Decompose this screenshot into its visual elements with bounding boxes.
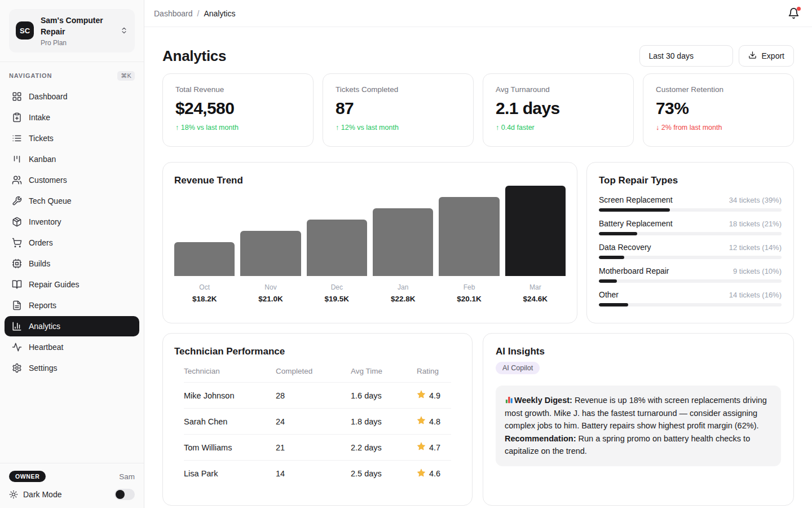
notifications-button[interactable] — [788, 7, 800, 19]
stat-card-avg-turnaround: Avg Turnaround2.1 days↑ 0.4d faster — [483, 73, 634, 147]
sidebar-item-inventory[interactable]: Inventory — [5, 212, 139, 232]
bar-month-label: Oct — [174, 283, 235, 291]
stat-value: $24,580 — [175, 99, 301, 118]
sidebar-item-reports[interactable]: Reports — [5, 295, 139, 316]
technician-table-header: TechnicianCompletedAvg TimeRating — [184, 367, 451, 383]
sidebar-item-dashboard[interactable]: Dashboard — [5, 86, 139, 107]
repair-type-count: 14 tickets (16%) — [729, 291, 782, 299]
title-row: Analytics Last 30 days Export — [162, 45, 794, 67]
sidebar-item-label: Builds — [29, 259, 50, 268]
topbar: Dashboard / Analytics — [144, 0, 812, 27]
technician-name: Tom Williams — [184, 443, 276, 452]
technician-completed: 21 — [276, 443, 351, 452]
repair-type-data-recovery: Data Recovery12 tickets (14%) — [599, 243, 782, 259]
sidebar-item-settings[interactable]: Settings — [5, 358, 139, 378]
repair-type-label: Screen Replacement — [599, 195, 673, 204]
chevrons-up-down-icon — [120, 27, 128, 34]
bar-zone — [373, 186, 433, 276]
revenue-trend-title: Revenue Trend — [174, 175, 566, 186]
dark-mode-label: Dark Mode — [23, 490, 61, 499]
rating-value: 4.7 — [429, 443, 440, 452]
clipboard-plus-icon — [12, 112, 22, 122]
repair-type-count: 18 tickets (21%) — [729, 220, 782, 228]
sidebar-item-heartbeat[interactable]: Heartbeat — [5, 337, 139, 357]
bar-value-label: $18.2K — [174, 295, 235, 303]
nav-section-header: NAVIGATION ⌘K — [0, 62, 144, 86]
bar-zone — [505, 186, 566, 276]
star-icon — [417, 416, 426, 427]
workspace-name: Sam's Computer Repair — [41, 15, 113, 38]
dark-mode-row: Dark Mode — [9, 489, 135, 500]
owner-row: OWNER Sam — [9, 471, 135, 482]
repair-type-label: Data Recovery — [599, 243, 651, 252]
workspace-switcher[interactable]: SC Sam's Computer Repair Pro Plan — [9, 9, 135, 52]
column-header-technician: Technician — [184, 367, 276, 375]
technician-avg-time: 1.6 days — [351, 391, 417, 400]
technician-completed: 14 — [276, 469, 351, 478]
repair-type-label: Battery Replacement — [599, 219, 673, 228]
sidebar-item-kanban[interactable]: Kanban — [5, 149, 139, 169]
sidebar-item-label: Tickets — [29, 134, 54, 143]
bar-zone — [240, 186, 301, 276]
wrench-icon — [12, 196, 22, 206]
book-open-icon — [12, 279, 22, 290]
repair-types-list: Screen Replacement34 tickets (39%)Batter… — [599, 195, 782, 306]
bottom-panels: Technician Performance TechnicianComplet… — [162, 333, 794, 506]
file-text-icon — [12, 300, 22, 310]
breadcrumb-dashboard[interactable]: Dashboard — [154, 9, 193, 18]
sidebar: SC Sam's Computer Repair Pro Plan NAVIGA… — [0, 0, 144, 508]
sidebar-item-label: Tech Queue — [29, 196, 72, 205]
sidebar-item-intake[interactable]: Intake — [5, 107, 139, 128]
activity-icon — [12, 342, 22, 352]
bar-value-label: $20.1K — [439, 295, 499, 303]
dark-mode-toggle[interactable] — [114, 489, 135, 500]
sidebar-item-tickets[interactable]: Tickets — [5, 128, 139, 148]
technician-completed: 24 — [276, 417, 351, 426]
technician-performance-title: Technician Performance — [174, 346, 461, 357]
sidebar-footer: OWNER Sam Dark Mode — [0, 463, 144, 508]
stat-label: Tickets Completed — [336, 85, 461, 94]
sidebar-item-builds[interactable]: Builds — [5, 253, 139, 274]
repair-progress-fill — [599, 256, 624, 259]
date-range-select[interactable]: Last 30 days — [639, 45, 733, 67]
layout-grid-icon — [12, 91, 22, 102]
digest-bold-text: Weekly Digest: — [514, 396, 572, 405]
column-header-completed: Completed — [276, 367, 351, 375]
technician-rating: 4.9 — [417, 390, 451, 401]
sidebar-item-orders[interactable]: Orders — [5, 233, 139, 253]
sidebar-item-analytics[interactable]: Analytics — [5, 316, 139, 336]
toggle-knob — [116, 490, 125, 499]
main-area: Dashboard / Analytics Analytics Last 30 … — [144, 0, 812, 508]
technician-name: Mike Johnson — [184, 391, 276, 400]
stat-value: 2.1 days — [496, 99, 621, 118]
export-button[interactable]: Export — [739, 45, 794, 67]
repair-type-other: Other14 tickets (16%) — [599, 290, 782, 306]
technician-rating: 4.6 — [417, 468, 451, 479]
stat-delta: ↑ 12% vs last month — [336, 124, 461, 132]
stat-card-tickets-completed: Tickets Completed87↑ 12% vs last month — [323, 73, 474, 147]
bar-zone — [439, 186, 499, 276]
repair-progress-fill — [599, 232, 637, 235]
stat-value: 73% — [656, 99, 781, 118]
repair-type-label: Motherboard Repair — [599, 266, 669, 275]
sidebar-item-tech-queue[interactable]: Tech Queue — [5, 191, 139, 211]
column-header-rating: Rating — [417, 367, 451, 375]
sidebar-item-label: Reports — [29, 301, 56, 310]
stat-delta: ↓ 2% from last month — [656, 124, 781, 132]
stat-label: Total Revenue — [175, 85, 301, 94]
revenue-bar-mar — [505, 186, 566, 276]
repair-type-count: 34 tickets (39%) — [729, 196, 782, 204]
sidebar-item-customers[interactable]: Customers — [5, 170, 139, 190]
workspace-avatar: SC — [16, 21, 34, 40]
bar-month-label: Nov — [240, 283, 301, 291]
technician-avg-time: 2.5 days — [351, 469, 417, 478]
sidebar-item-repair-guides[interactable]: Repair Guides — [5, 274, 139, 295]
stat-delta: ↑ 0.4d faster — [496, 124, 621, 132]
revenue-bar-jan — [373, 208, 433, 276]
bar-value-label: $21.0K — [240, 295, 301, 303]
repair-type-count: 12 tickets (14%) — [729, 243, 782, 252]
chart-column-mar: Mar$24.6K — [505, 186, 566, 303]
repair-progress-track — [599, 256, 782, 259]
bar-value-label: $19.5K — [307, 295, 367, 303]
star-icon — [417, 390, 426, 401]
